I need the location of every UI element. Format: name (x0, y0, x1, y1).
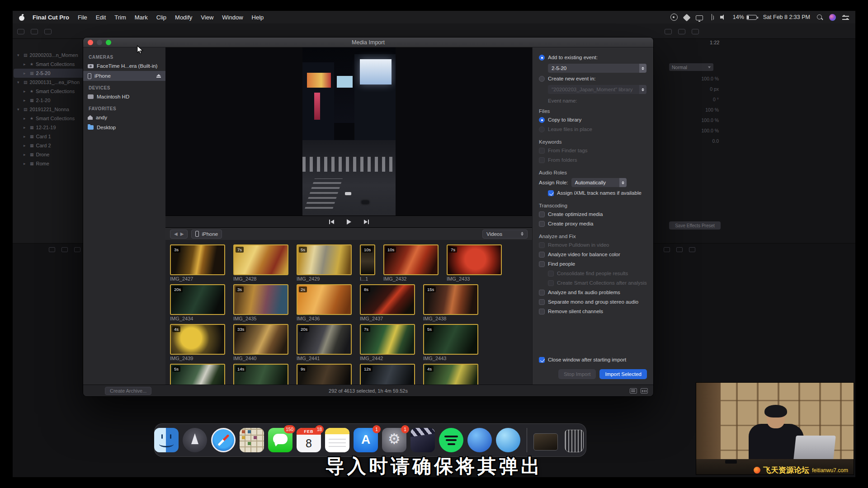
menu-clip[interactable]: Clip (156, 14, 166, 21)
disclosure-icon[interactable]: ▾ (17, 53, 21, 57)
media-thumbnail[interactable]: 14s (233, 364, 288, 385)
library-item[interactable]: ▸★Smart Collections (14, 114, 84, 123)
library-item[interactable]: ▾▤20200131_...ea_iPhon (14, 78, 84, 87)
media-thumbnail[interactable]: 5sIMG_2429 (297, 244, 352, 282)
library-item[interactable]: ▸▦Card 2 (14, 141, 84, 150)
source-iphone[interactable]: iPhone (83, 71, 165, 81)
media-thumbnail[interactable]: 7sIMG_2428 (233, 244, 288, 282)
media-thumbnail[interactable]: 15sIMG_2438 (423, 284, 478, 321)
media-thumbnail[interactable]: 20sIMG_2434 (170, 284, 225, 321)
dock-launchpad[interactable] (183, 428, 207, 452)
disclosure-icon[interactable]: ▸ (24, 152, 28, 157)
dock-trash[interactable] (562, 428, 586, 452)
media-thumbnail[interactable]: 4sIMG_2439 (170, 324, 225, 361)
disclosure-icon[interactable]: ▸ (24, 125, 28, 130)
screen-recording-icon[interactable] (670, 14, 678, 21)
checkbox-separate-mono[interactable]: Separate mono and group stereo audio (539, 299, 647, 305)
checkbox-find-people[interactable]: Find people (539, 261, 647, 267)
volume-icon[interactable] (720, 14, 726, 21)
media-thumbnail[interactable]: 2sIMG_2436 (297, 284, 352, 321)
checkbox-analyze-balance-color[interactable]: Analyze video for balance color (539, 251, 647, 258)
checkbox-remove-silent-channels[interactable]: Remove silent channels (539, 308, 647, 315)
checkbox-create-proxy-media[interactable]: Create proxy media (539, 221, 647, 227)
media-thumbnail[interactable]: 12s (360, 364, 415, 385)
media-filter-select[interactable]: Videos (482, 230, 528, 239)
filmstrip-view-icon[interactable] (641, 388, 648, 394)
media-thumbnail[interactable]: 4s (423, 364, 478, 385)
media-thumbnail[interactable]: 3sIMG_2435 (233, 284, 288, 321)
source-macintosh-hd[interactable]: Macintosh HD (83, 92, 165, 102)
media-thumbnail[interactable]: 10sI...1 (360, 244, 375, 282)
assign-role-select[interactable]: Automatically (571, 178, 627, 187)
dock-messages[interactable]: 150 (268, 428, 292, 452)
dock-final-cut-pro[interactable] (410, 428, 435, 452)
dock-safari[interactable] (211, 428, 236, 452)
menu-view[interactable]: View (201, 14, 213, 21)
disclosure-icon[interactable]: ▾ (17, 107, 21, 112)
disclosure-icon[interactable]: ▸ (24, 116, 28, 121)
menu-help[interactable]: Help (252, 14, 264, 21)
dock-app-blue[interactable] (467, 428, 492, 452)
library-item[interactable]: ▸▦Rome (14, 159, 84, 168)
next-frame-button[interactable] (364, 220, 369, 224)
checkbox-create-optimized-media[interactable]: Create optimized media (539, 211, 647, 218)
device-breadcrumb[interactable]: iPhone (191, 230, 222, 239)
media-thumbnail[interactable]: 10sIMG_2432 (383, 244, 439, 282)
list-view-icon[interactable] (630, 388, 637, 394)
library-item[interactable]: ▾▤20200203...n_Momen (14, 51, 84, 60)
media-thumbnail[interactable]: 3sIMG_2427 (170, 244, 225, 282)
dock-app-store[interactable]: 1 (354, 428, 378, 452)
disclosure-icon[interactable]: ▸ (24, 62, 28, 66)
checkbox-close-window-after-import[interactable]: Close window after starting import (539, 357, 647, 363)
library-item[interactable]: ▸★Smart Collections (14, 87, 84, 96)
forward-icon[interactable]: ▶ (180, 231, 184, 236)
library-item[interactable]: ▾▤20191221_Nonna (14, 105, 84, 114)
menu-app[interactable]: Final Cut Pro (33, 14, 69, 21)
siri-icon[interactable] (829, 14, 836, 21)
menu-clock[interactable]: Sat Feb 8 2:33 PM (763, 14, 810, 20)
dock-spotify[interactable] (439, 428, 463, 452)
media-thumbnail[interactable]: 7sIMG_2442 (360, 324, 415, 361)
notification-center-icon[interactable] (842, 15, 849, 20)
media-thumbnail[interactable]: 20sIMG_2441 (297, 324, 352, 361)
media-thumbnail[interactable]: 5s (170, 364, 225, 385)
dock-app-blue-light[interactable] (496, 428, 520, 452)
disclosure-icon[interactable]: ▸ (24, 161, 28, 166)
display-icon[interactable] (696, 15, 703, 20)
checkbox-fix-audio-problems[interactable]: Analyze and fix audio problems (539, 289, 647, 296)
eject-icon[interactable] (156, 74, 161, 78)
play-button[interactable] (347, 219, 351, 225)
disclosure-icon[interactable]: ▸ (24, 89, 28, 94)
menu-modify[interactable]: Modify (175, 14, 192, 21)
library-item[interactable]: ▸▦Card 1 (14, 132, 84, 141)
media-thumbnail[interactable]: 5sIMG_2443 (423, 324, 478, 361)
blend-mode-select[interactable]: Normal (669, 63, 713, 71)
menu-window[interactable]: Window (222, 14, 243, 21)
library-item[interactable]: ▸▦12-21-19 (14, 123, 84, 132)
disclosure-icon[interactable]: ▸ (24, 71, 28, 75)
menu-mark[interactable]: Mark (135, 14, 148, 21)
menu-edit[interactable]: Edit (96, 14, 106, 21)
favorite-home[interactable]: andy (83, 113, 165, 122)
disclosure-icon[interactable]: ▸ (24, 143, 28, 148)
back-icon[interactable]: ◀ (174, 231, 178, 236)
bluetooth-icon[interactable] (709, 14, 714, 21)
media-thumbnail[interactable]: 33sIMG_2440 (233, 324, 288, 361)
dock-stamps[interactable] (240, 428, 264, 452)
media-thumbnail[interactable]: 8sIMG_2437 (360, 284, 415, 321)
dock-finder[interactable] (154, 428, 179, 452)
disclosure-icon[interactable]: ▸ (24, 98, 28, 103)
radio-copy-to-library[interactable]: Copy to library (539, 117, 647, 123)
import-selected-button[interactable]: Import Selected (599, 369, 647, 379)
create-archive-button[interactable]: Create Archive... (105, 387, 151, 395)
apple-menu-icon[interactable] (19, 14, 24, 21)
dock-system-preferences[interactable]: 1 (382, 428, 406, 452)
radio-create-new-event[interactable]: Create new event in: (539, 75, 647, 82)
battery-status[interactable]: 14% (733, 14, 757, 20)
menu-file[interactable]: File (78, 14, 87, 21)
previous-frame-button[interactable] (329, 220, 334, 224)
dock-notes[interactable] (325, 428, 349, 452)
checkbox-ixml-track-names[interactable]: Assign iXML track names if available (548, 190, 647, 197)
source-facetime-camera[interactable]: FaceTime H...era (Built-in) (83, 61, 165, 71)
dropbox-icon[interactable] (683, 14, 690, 22)
